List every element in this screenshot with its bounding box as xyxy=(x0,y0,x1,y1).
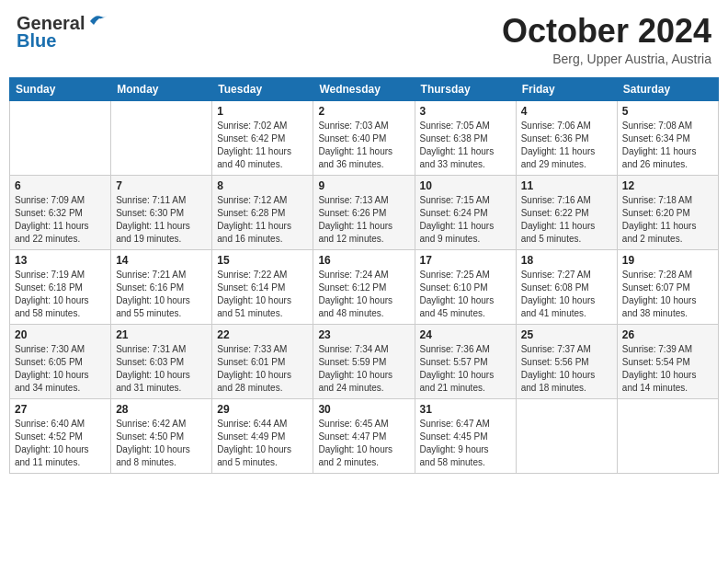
day-info: Sunrise: 7:39 AM Sunset: 5:54 PM Dayligh… xyxy=(622,343,713,395)
day-info: Sunrise: 7:25 AM Sunset: 6:10 PM Dayligh… xyxy=(420,269,511,320)
day-info: Sunrise: 7:34 AM Sunset: 5:59 PM Dayligh… xyxy=(318,343,409,395)
day-info: Sunrise: 6:44 AM Sunset: 4:49 PM Dayligh… xyxy=(217,418,308,469)
calendar-week-3: 13Sunrise: 7:19 AM Sunset: 6:18 PM Dayli… xyxy=(10,249,719,324)
day-info: Sunrise: 7:13 AM Sunset: 6:26 PM Dayligh… xyxy=(318,194,409,246)
day-number: 25 xyxy=(521,328,612,341)
month-title: October 2024 xyxy=(502,13,711,50)
logo-blue: Blue xyxy=(17,30,56,52)
day-number: 30 xyxy=(318,403,409,416)
day-info: Sunrise: 6:40 AM Sunset: 4:52 PM Dayligh… xyxy=(15,418,106,469)
calendar-cell: 25Sunrise: 7:37 AM Sunset: 5:56 PM Dayli… xyxy=(516,324,617,398)
calendar-body: 1Sunrise: 7:02 AM Sunset: 6:42 PM Daylig… xyxy=(10,100,719,473)
day-number: 11 xyxy=(521,179,612,192)
calendar-cell: 31Sunrise: 6:47 AM Sunset: 4:45 PM Dayli… xyxy=(415,398,516,473)
day-number: 2 xyxy=(318,105,409,118)
calendar-cell: 21Sunrise: 7:31 AM Sunset: 6:03 PM Dayli… xyxy=(111,324,212,398)
calendar-cell: 26Sunrise: 7:39 AM Sunset: 5:54 PM Dayli… xyxy=(617,324,718,398)
weekday-header-row: SundayMondayTuesdayWednesdayThursdayFrid… xyxy=(10,77,719,100)
day-number: 6 xyxy=(15,179,106,192)
calendar-cell: 27Sunrise: 6:40 AM Sunset: 4:52 PM Dayli… xyxy=(10,398,111,473)
calendar-cell: 2Sunrise: 7:03 AM Sunset: 6:40 PM Daylig… xyxy=(313,100,415,175)
day-info: Sunrise: 7:30 AM Sunset: 6:05 PM Dayligh… xyxy=(15,343,106,395)
day-number: 3 xyxy=(420,105,511,118)
day-info: Sunrise: 6:47 AM Sunset: 4:45 PM Dayligh… xyxy=(420,418,511,469)
day-number: 4 xyxy=(521,105,612,118)
day-info: Sunrise: 7:27 AM Sunset: 6:08 PM Dayligh… xyxy=(521,269,612,320)
location-title: Berg, Upper Austria, Austria xyxy=(502,52,711,66)
calendar-week-4: 20Sunrise: 7:30 AM Sunset: 6:05 PM Dayli… xyxy=(10,324,719,398)
day-number: 5 xyxy=(622,105,713,118)
calendar-cell: 12Sunrise: 7:18 AM Sunset: 6:20 PM Dayli… xyxy=(617,175,718,249)
day-info: Sunrise: 6:42 AM Sunset: 4:50 PM Dayligh… xyxy=(116,418,207,469)
calendar-cell xyxy=(111,100,212,175)
day-number: 12 xyxy=(622,179,713,192)
day-number: 10 xyxy=(420,179,511,192)
day-info: Sunrise: 7:24 AM Sunset: 6:12 PM Dayligh… xyxy=(318,269,409,320)
calendar-cell: 1Sunrise: 7:02 AM Sunset: 6:42 PM Daylig… xyxy=(212,100,313,175)
day-info: Sunrise: 6:45 AM Sunset: 4:47 PM Dayligh… xyxy=(318,418,409,469)
calendar-cell: 23Sunrise: 7:34 AM Sunset: 5:59 PM Dayli… xyxy=(313,324,415,398)
calendar-cell: 7Sunrise: 7:11 AM Sunset: 6:30 PM Daylig… xyxy=(111,175,212,249)
weekday-header-wednesday: Wednesday xyxy=(313,77,415,100)
weekday-header-sunday: Sunday xyxy=(10,77,111,100)
day-number: 28 xyxy=(116,403,207,416)
calendar-cell: 14Sunrise: 7:21 AM Sunset: 6:16 PM Dayli… xyxy=(111,249,212,324)
day-info: Sunrise: 7:06 AM Sunset: 6:36 PM Dayligh… xyxy=(521,120,612,171)
calendar-cell: 17Sunrise: 7:25 AM Sunset: 6:10 PM Dayli… xyxy=(415,249,516,324)
day-number: 27 xyxy=(15,403,106,416)
weekday-header-friday: Friday xyxy=(516,77,617,100)
calendar-cell: 19Sunrise: 7:28 AM Sunset: 6:07 PM Dayli… xyxy=(617,249,718,324)
calendar-cell: 4Sunrise: 7:06 AM Sunset: 6:36 PM Daylig… xyxy=(516,100,617,175)
logo-bird-icon xyxy=(88,12,108,29)
calendar-cell: 8Sunrise: 7:12 AM Sunset: 6:28 PM Daylig… xyxy=(212,175,313,249)
weekday-header-tuesday: Tuesday xyxy=(212,77,313,100)
day-number: 8 xyxy=(217,179,308,192)
day-info: Sunrise: 7:02 AM Sunset: 6:42 PM Dayligh… xyxy=(217,120,308,171)
weekday-header-saturday: Saturday xyxy=(617,77,718,100)
day-number: 23 xyxy=(318,328,409,341)
day-info: Sunrise: 7:21 AM Sunset: 6:16 PM Dayligh… xyxy=(116,269,207,320)
day-number: 31 xyxy=(420,403,511,416)
day-info: Sunrise: 7:15 AM Sunset: 6:24 PM Dayligh… xyxy=(420,194,511,246)
day-info: Sunrise: 7:11 AM Sunset: 6:30 PM Dayligh… xyxy=(116,194,207,246)
day-number: 14 xyxy=(116,254,207,267)
weekday-header-thursday: Thursday xyxy=(415,77,516,100)
calendar-week-1: 1Sunrise: 7:02 AM Sunset: 6:42 PM Daylig… xyxy=(10,100,719,175)
day-number: 1 xyxy=(217,105,308,118)
logo: General Blue xyxy=(17,13,108,52)
day-number: 20 xyxy=(15,328,106,341)
calendar-cell: 11Sunrise: 7:16 AM Sunset: 6:22 PM Dayli… xyxy=(516,175,617,249)
calendar-cell: 6Sunrise: 7:09 AM Sunset: 6:32 PM Daylig… xyxy=(10,175,111,249)
calendar-cell: 9Sunrise: 7:13 AM Sunset: 6:26 PM Daylig… xyxy=(313,175,415,249)
day-number: 24 xyxy=(420,328,511,341)
day-info: Sunrise: 7:36 AM Sunset: 5:57 PM Dayligh… xyxy=(420,343,511,395)
calendar-table: SundayMondayTuesdayWednesdayThursdayFrid… xyxy=(9,77,719,474)
day-number: 9 xyxy=(318,179,409,192)
calendar-cell: 20Sunrise: 7:30 AM Sunset: 6:05 PM Dayli… xyxy=(10,324,111,398)
day-info: Sunrise: 7:28 AM Sunset: 6:07 PM Dayligh… xyxy=(622,269,713,320)
calendar-cell: 24Sunrise: 7:36 AM Sunset: 5:57 PM Dayli… xyxy=(415,324,516,398)
calendar-cell: 16Sunrise: 7:24 AM Sunset: 6:12 PM Dayli… xyxy=(313,249,415,324)
day-info: Sunrise: 7:33 AM Sunset: 6:01 PM Dayligh… xyxy=(217,343,308,395)
day-info: Sunrise: 7:18 AM Sunset: 6:20 PM Dayligh… xyxy=(622,194,713,246)
day-number: 13 xyxy=(15,254,106,267)
day-info: Sunrise: 7:37 AM Sunset: 5:56 PM Dayligh… xyxy=(521,343,612,395)
day-number: 15 xyxy=(217,254,308,267)
day-info: Sunrise: 7:22 AM Sunset: 6:14 PM Dayligh… xyxy=(217,269,308,320)
day-info: Sunrise: 7:09 AM Sunset: 6:32 PM Dayligh… xyxy=(15,194,106,246)
day-info: Sunrise: 7:19 AM Sunset: 6:18 PM Dayligh… xyxy=(15,269,106,320)
calendar-week-2: 6Sunrise: 7:09 AM Sunset: 6:32 PM Daylig… xyxy=(10,175,719,249)
title-section: October 2024 Berg, Upper Austria, Austri… xyxy=(502,13,711,66)
day-number: 21 xyxy=(116,328,207,341)
day-info: Sunrise: 7:08 AM Sunset: 6:34 PM Dayligh… xyxy=(622,120,713,171)
calendar-cell xyxy=(10,100,111,175)
calendar-cell: 29Sunrise: 6:44 AM Sunset: 4:49 PM Dayli… xyxy=(212,398,313,473)
day-number: 22 xyxy=(217,328,308,341)
calendar-cell xyxy=(516,398,617,473)
day-info: Sunrise: 7:05 AM Sunset: 6:38 PM Dayligh… xyxy=(420,120,511,171)
calendar-cell: 28Sunrise: 6:42 AM Sunset: 4:50 PM Dayli… xyxy=(111,398,212,473)
calendar-cell: 13Sunrise: 7:19 AM Sunset: 6:18 PM Dayli… xyxy=(10,249,111,324)
day-info: Sunrise: 7:31 AM Sunset: 6:03 PM Dayligh… xyxy=(116,343,207,395)
day-number: 26 xyxy=(622,328,713,341)
day-number: 16 xyxy=(318,254,409,267)
